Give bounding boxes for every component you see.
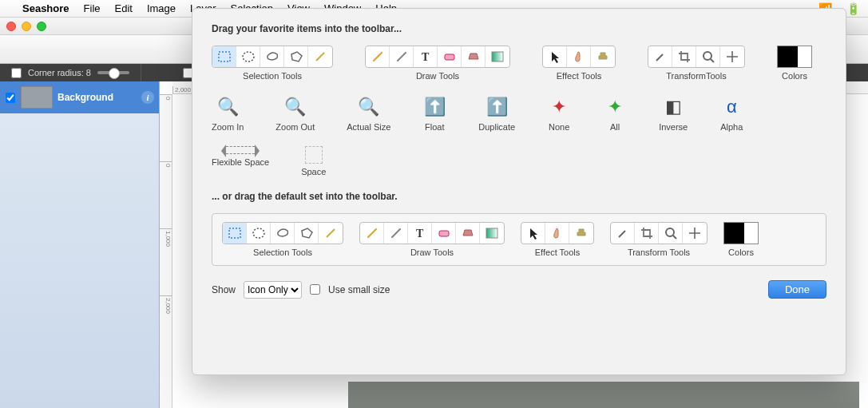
move-icon	[720, 46, 744, 67]
show-select[interactable]: Icon Only	[244, 281, 302, 299]
space-icon	[305, 146, 323, 164]
eraser-icon	[438, 46, 462, 67]
svg-rect-10	[445, 54, 454, 60]
colors-icon	[723, 222, 759, 244]
layer-row-background[interactable]: Background i	[0, 81, 159, 113]
close-button[interactable]	[6, 22, 16, 31]
svg-text:T: T	[416, 228, 424, 240]
bucket-icon	[456, 223, 480, 244]
brush-icon	[390, 46, 414, 67]
actual-size-icon: 🔍	[357, 95, 381, 119]
svg-text:T: T	[422, 51, 430, 63]
layers-panel: Background i	[0, 81, 160, 408]
wand-icon	[308, 46, 332, 67]
show-label: Show	[212, 284, 236, 295]
palette-selection-tools[interactable]: Selection Tools	[212, 46, 333, 81]
palette-duplicate[interactable]: ⬆️ Duplicate	[478, 95, 515, 132]
none-icon: ✦	[547, 95, 571, 119]
svg-line-13	[711, 59, 714, 62]
corner-radius-checkbox[interactable]	[11, 68, 22, 78]
default-toolbar-set[interactable]: Selection Tools T Draw Tools Effect Tool…	[212, 213, 826, 266]
poly-lasso-icon	[284, 46, 308, 67]
float-icon: ⬆️	[422, 95, 446, 119]
zoom-icon	[659, 223, 683, 244]
rect-select-icon	[223, 223, 247, 244]
corner-radius-slider[interactable]	[97, 71, 129, 74]
palette-transform-tools[interactable]: TransformTools	[648, 46, 745, 81]
palette-zoom-in[interactable]: 🔍 Zoom In	[212, 95, 244, 132]
move-icon	[683, 223, 707, 244]
sheet-footer: Show Icon Only Use small size Done	[212, 280, 826, 299]
svg-rect-7	[219, 52, 230, 61]
all-icon: ✦	[603, 95, 627, 119]
smudge-icon	[567, 46, 591, 67]
ellipse-select-icon	[236, 46, 260, 67]
zoom-in-icon: 🔍	[216, 95, 240, 119]
inverse-icon: ◧	[661, 95, 685, 119]
svg-rect-14	[229, 228, 240, 238]
smudge-icon	[545, 223, 569, 244]
colors-icon	[777, 46, 812, 68]
eyedropper-icon	[648, 46, 672, 67]
sheet-heading-drag: Drag your favorite items into the toolba…	[212, 23, 826, 34]
sheet-heading-default: ... or drag the default set into the too…	[212, 191, 826, 202]
palette-all[interactable]: ✦ All	[603, 95, 627, 132]
lasso-icon	[271, 223, 295, 244]
palette-flexible-space[interactable]: Flexible Space	[212, 146, 269, 176]
lasso-icon	[260, 46, 284, 67]
palette-none[interactable]: ✦ None	[547, 95, 571, 132]
layer-info-icon[interactable]: i	[141, 91, 154, 104]
pencil-icon	[360, 223, 384, 244]
zoom-button[interactable]	[37, 22, 46, 31]
pencil-icon	[366, 46, 390, 67]
text-icon: T	[408, 223, 432, 244]
small-size-label: Use small size	[328, 284, 390, 295]
svg-point-15	[253, 228, 264, 238]
palette-float[interactable]: ⬆️ Float	[422, 95, 446, 132]
svg-point-12	[704, 52, 711, 60]
corner-radius-label: Corner radius: 8	[28, 68, 91, 77]
app-name[interactable]: Seashore	[22, 2, 69, 14]
brush-icon	[384, 223, 408, 244]
palette-effect-tools[interactable]: Effect Tools	[542, 46, 616, 81]
palette-actual-size[interactable]: 🔍 Actual Size	[347, 95, 390, 132]
rect-select-icon	[212, 46, 236, 67]
duplicate-icon: ⬆️	[485, 95, 509, 119]
palette-space[interactable]: Space	[301, 146, 326, 176]
alpha-icon: α	[719, 95, 743, 119]
done-button[interactable]: Done	[768, 280, 826, 299]
menu-image[interactable]: Image	[147, 2, 176, 14]
ruler-vertical: 0 0 1,000 2,000	[160, 94, 172, 408]
zoom-out-icon: 🔍	[283, 95, 307, 119]
flexible-space-icon	[226, 146, 255, 154]
battery-icon[interactable]: 🔋	[846, 2, 860, 15]
bucket-icon	[462, 46, 486, 67]
gradient-icon	[486, 46, 509, 67]
palette-zoom-out[interactable]: 🔍 Zoom Out	[275, 95, 315, 132]
clone-icon	[569, 223, 593, 244]
small-size-checkbox[interactable]	[310, 284, 320, 295]
menu-file[interactable]: File	[84, 2, 101, 14]
palette-draw-tools[interactable]: T Draw Tools	[365, 46, 510, 81]
svg-point-19	[666, 228, 674, 236]
zoom-icon	[696, 46, 720, 67]
minimize-button[interactable]	[22, 22, 31, 31]
eyedropper-icon	[611, 223, 635, 244]
wand-icon	[319, 223, 343, 244]
gradient-icon	[480, 223, 504, 244]
layer-thumbnail	[21, 86, 53, 109]
clone-icon	[591, 46, 615, 67]
svg-rect-11	[492, 52, 503, 61]
crop-icon	[635, 223, 659, 244]
customize-toolbar-sheet: Drag your favorite items into the toolba…	[192, 8, 846, 375]
svg-rect-18	[486, 228, 497, 238]
palette-inverse[interactable]: ◧ Inverse	[659, 95, 688, 132]
svg-line-20	[673, 236, 676, 239]
layer-visibility-checkbox[interactable]	[5, 93, 16, 103]
eraser-icon	[432, 223, 456, 244]
palette-colors[interactable]: Colors	[777, 46, 812, 81]
palette-alpha[interactable]: α Alpha	[719, 95, 743, 132]
menu-edit[interactable]: Edit	[115, 2, 133, 14]
layer-name: Background	[57, 92, 113, 103]
poly-lasso-icon	[295, 223, 319, 244]
